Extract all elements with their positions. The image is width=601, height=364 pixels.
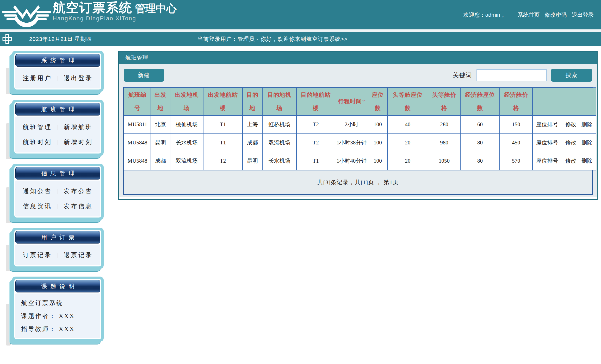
col-origin-terminal: 出发地航站楼 <box>203 88 243 116</box>
page-title: 航班管理 <box>119 52 597 64</box>
sidebar-panel-about: 课题说明 航空订票系统 课题作者： XXX 指导教师： XXX <box>12 277 104 342</box>
table-row: MU5848 成都 双流机场 T2 昆明 长水机场 T1 1小时40分钟 100… <box>124 152 596 170</box>
edit-link[interactable]: 修改 <box>566 139 577 146</box>
table-row: MU5811 北京 桃仙机场 T1 上海 虹桥机场 T2 2小时 100 40 … <box>124 116 596 134</box>
cell-flight-no: MU5811 <box>124 116 151 134</box>
search-button[interactable]: 搜索 <box>551 69 592 82</box>
sidebar-item-refund-records[interactable]: 退票记录 <box>58 251 98 259</box>
keyword-input[interactable] <box>476 69 547 81</box>
seat-numbering-link[interactable]: 座位排号 <box>536 139 558 146</box>
table-row: MU5848 昆明 长水机场 T1 成都 双流机场 T2 1小时38分钟 100… <box>124 134 596 152</box>
seat-numbering-link[interactable]: 座位排号 <box>536 158 558 164</box>
delete-link[interactable]: 删除 <box>581 158 592 164</box>
logo-wings-icon <box>2 2 51 29</box>
cell-flight-no: MU5848 <box>124 152 151 170</box>
about-line-teacher: 指导教师： XXX <box>17 322 98 335</box>
about-line-author: 课题作者： XXX <box>17 309 98 322</box>
delete-link[interactable]: 删除 <box>581 139 592 146</box>
col-first-seats: 头等舱座位数 <box>387 88 428 116</box>
row-actions: 座位排号 修改 删除 <box>532 116 596 134</box>
welcome-text: 欢迎您：admin， <box>463 11 506 18</box>
sidebar-panel-flight: 航班管理 航班管理 | 新增航班 航班时刻 | 新增时刻 <box>12 100 104 156</box>
seat-numbering-link[interactable]: 座位排号 <box>536 121 558 127</box>
delete-link[interactable]: 删除 <box>581 121 592 127</box>
topbar-link-home[interactable]: 系统首页 <box>518 11 540 18</box>
col-econ-seats: 经济舱座位数 <box>460 88 500 116</box>
pagination-info: 共[3]条记录，共[1]页 ， 第1页 <box>124 170 592 194</box>
edit-link[interactable]: 修改 <box>566 121 577 127</box>
row-actions: 座位排号 修改 删除 <box>532 134 596 152</box>
sidebar-panel-info: 信息管理 通知公告 | 发布公告 信息资讯 | 发布信息 <box>12 164 104 220</box>
col-dest-terminal: 目的地航站楼 <box>296 88 335 116</box>
panel-title-booking: 用户订票 <box>15 231 100 244</box>
panel-title-system: 系统管理 <box>15 54 100 67</box>
col-first-price: 头等舱价格 <box>428 88 460 116</box>
sidebar-item-notice[interactable]: 通知公告 <box>17 187 57 195</box>
brand: 航空订票系统 管理中心 HangKong DingPiao XiTong <box>2 1 177 29</box>
sidebar-item-flight-schedule[interactable]: 航班时刻 <box>17 138 57 146</box>
cell-flight-no: MU5848 <box>124 134 151 152</box>
edit-link[interactable]: 修改 <box>566 158 577 164</box>
panel-title-about: 课题说明 <box>15 280 100 292</box>
flight-table: 航班编号 出发地 出发地机场 出发地航站楼 目的地 目的地机场 目的地航站楼 行… <box>124 87 596 170</box>
flight-table-container: 航班编号 出发地 出发地机场 出发地航站楼 目的地 目的地机场 目的地航站楼 行… <box>123 87 593 195</box>
status-bar: 2023年12月21日 星期四 当前登录用户：管理员 - 你好，欢迎你来到航空订… <box>0 32 601 46</box>
topbar-link-logout[interactable]: 退出登录 <box>572 11 594 18</box>
col-dest-airport: 目的地机场 <box>262 88 296 116</box>
sidebar-item-news[interactable]: 信息资讯 <box>17 202 57 210</box>
col-flight-no: 航班编号 <box>124 88 151 116</box>
app-header: 航空订票系统 管理中心 HangKong DingPiao XiTong 欢迎您… <box>0 0 601 29</box>
col-duration: 行程时间” <box>335 88 368 116</box>
row-actions: 座位排号 修改 删除 <box>532 152 596 170</box>
col-origin: 出发地 <box>151 88 170 116</box>
col-origin-airport: 出发地机场 <box>170 88 203 116</box>
sidebar-item-logout[interactable]: 退出登录 <box>58 74 98 82</box>
col-dest: 目的地 <box>243 88 262 116</box>
sidebar-item-news-publish[interactable]: 发布信息 <box>58 202 98 210</box>
sidebar: 系统管理 注册用户 | 退出登录 航班管理 航班管理 | 新增航班 <box>0 51 117 349</box>
sidebar-item-booking-records[interactable]: 订票记录 <box>17 251 57 259</box>
app-subtitle-cn: 管理中心 <box>135 2 177 15</box>
col-econ-price: 经济舱价格 <box>500 88 532 116</box>
header-separator <box>0 29 601 32</box>
table-header-row: 航班编号 出发地 出发地机场 出发地航站楼 目的地 目的地机场 目的地航站楼 行… <box>124 88 596 116</box>
panel-title-flight: 航班管理 <box>15 103 100 116</box>
main-panel: 航班管理 新建 关键词 搜索 <box>118 51 598 200</box>
plus-blocks-icon <box>2 34 12 44</box>
sidebar-item-schedule-add[interactable]: 新增时刻 <box>58 138 98 146</box>
col-seats: 座位数 <box>368 88 387 116</box>
new-button[interactable]: 新建 <box>124 69 164 82</box>
topbar-link-change-password[interactable]: 修改密码 <box>545 11 567 18</box>
sidebar-item-register-user[interactable]: 注册用户 <box>17 74 57 82</box>
login-message: 当前登录用户：管理员 - 你好，欢迎你来到航空订票系统>> <box>197 35 348 43</box>
sidebar-panel-booking: 用户订票 订票记录 | 退票记录 <box>12 228 104 269</box>
keyword-label: 关键词 <box>453 71 472 79</box>
sidebar-item-notice-publish[interactable]: 发布公告 <box>58 187 98 195</box>
topbar-nav: 欢迎您：admin， 系统首页 修改密码 退出登录 <box>463 11 594 18</box>
current-date: 2023年12月21日 星期四 <box>29 35 92 43</box>
app-subtitle-en: HangKong DingPiao XiTong <box>53 15 177 22</box>
about-line-system: 航空订票系统 <box>17 296 98 309</box>
sidebar-item-flight-manage[interactable]: 航班管理 <box>17 123 57 131</box>
sidebar-panel-system: 系统管理 注册用户 | 退出登录 <box>12 51 104 92</box>
toolbar: 新建 关键词 搜索 <box>123 64 593 87</box>
col-actions <box>532 88 596 116</box>
panel-title-info: 信息管理 <box>15 167 100 180</box>
sidebar-item-flight-add[interactable]: 新增航班 <box>58 123 98 131</box>
app-title: 航空订票系统 <box>53 1 132 15</box>
